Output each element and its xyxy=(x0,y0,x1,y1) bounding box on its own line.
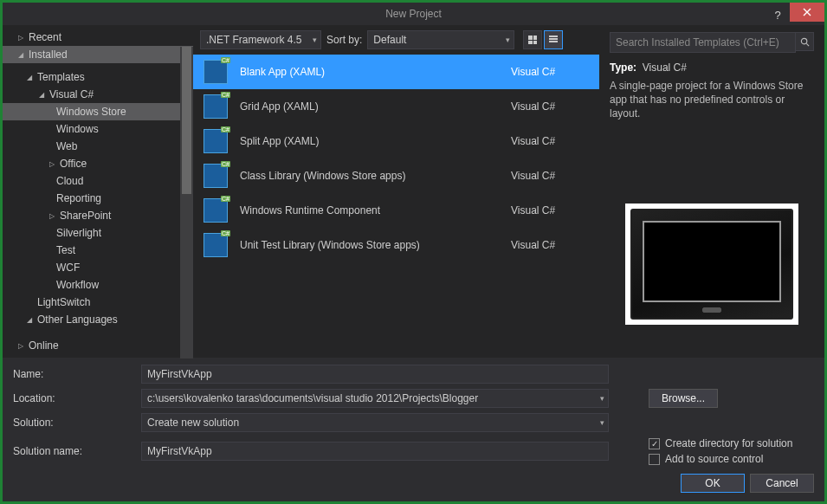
template-item[interactable]: C# Split App (XAML) Visual C# xyxy=(193,124,599,158)
template-item[interactable]: C# Unit Test Library (Windows Store apps… xyxy=(193,228,599,262)
chevron-down-icon xyxy=(37,91,46,99)
description: A single-page project for a Windows Stor… xyxy=(610,79,814,121)
sidebar-item-wcf[interactable]: WCF xyxy=(3,259,193,276)
template-icon: C# xyxy=(204,60,228,84)
chevron-down-icon xyxy=(16,51,25,59)
sidebar-online[interactable]: Online xyxy=(3,337,193,354)
browse-button[interactable]: Browse... xyxy=(649,389,718,408)
template-name: Split App (XAML) xyxy=(240,135,499,147)
template-name: Windows Runtime Component xyxy=(240,204,499,216)
template-list: C# Blank App (XAML) Visual C#C# Grid App… xyxy=(193,55,599,358)
framework-combo[interactable]: .NET Framework 4.5 xyxy=(200,30,321,49)
sidebar-recent[interactable]: Recent xyxy=(3,29,193,46)
template-item[interactable]: C# Grid App (XAML) Visual C# xyxy=(193,89,599,124)
chevron-down-icon xyxy=(25,74,34,81)
sidebar-scrollbar[interactable] xyxy=(180,47,193,359)
sidebar-item-cloud[interactable]: Cloud xyxy=(3,172,193,190)
template-lang: Visual C# xyxy=(511,204,589,216)
template-name: Grid App (XAML) xyxy=(240,100,499,113)
template-icon: C# xyxy=(204,233,228,257)
create-dir-checkbox[interactable]: ✓Create directory for solution xyxy=(649,437,827,449)
template-lang: Visual C# xyxy=(511,239,589,251)
location-input[interactable]: c:\users\kovalenko taras\documents\visua… xyxy=(141,389,609,408)
sidebar: Recent Installed Templates Visual C# Win… xyxy=(3,25,193,358)
svg-point-0 xyxy=(801,38,806,43)
sidebar-item-workflow[interactable]: Workflow xyxy=(3,276,193,294)
template-name: Unit Test Library (Windows Store apps) xyxy=(240,239,499,251)
toolbar: .NET Framework 4.5 Sort by: Default xyxy=(193,25,599,55)
sidebar-other-languages[interactable]: Other Languages xyxy=(3,311,193,328)
template-item[interactable]: C# Blank App (XAML) Visual C# xyxy=(193,55,599,89)
template-name: Blank App (XAML) xyxy=(240,66,499,78)
checkbox-icon xyxy=(649,454,660,465)
type-row: Type: Visual C# xyxy=(610,61,814,74)
chevron-icon xyxy=(16,342,25,350)
view-tiles-button[interactable] xyxy=(523,30,542,49)
help-button[interactable]: ? xyxy=(766,3,790,27)
chevron-icon xyxy=(16,34,25,42)
checkbox-icon: ✓ xyxy=(649,438,660,449)
sidebar-item-silverlight[interactable]: Silverlight xyxy=(3,224,193,242)
solution-label: Solution: xyxy=(13,417,134,429)
search-input[interactable]: Search Installed Templates (Ctrl+E) xyxy=(610,32,796,53)
window-title: New Project xyxy=(385,8,442,20)
template-lang: Visual C# xyxy=(511,135,589,147)
titlebar: New Project ? xyxy=(3,3,824,25)
solution-combo[interactable]: Create new solution xyxy=(141,413,609,432)
template-item[interactable]: C# Windows Runtime Component Visual C# xyxy=(193,193,599,228)
location-label: Location: xyxy=(13,392,134,404)
sidebar-installed[interactable]: Installed xyxy=(3,46,193,63)
sidebar-item-windows[interactable]: Windows xyxy=(3,120,193,138)
sidebar-item-test[interactable]: Test xyxy=(3,242,193,259)
template-item[interactable]: C# Class Library (Windows Store apps) Vi… xyxy=(193,158,599,193)
scrollbar-thumb[interactable] xyxy=(182,47,191,194)
template-lang: Visual C# xyxy=(511,100,589,113)
sidebar-visual-csharp[interactable]: Visual C# xyxy=(3,86,193,103)
name-input[interactable]: MyFirstVkApp xyxy=(141,365,609,384)
solution-name-input[interactable]: MyFirstVkApp xyxy=(141,442,609,461)
sidebar-item-lightswitch[interactable]: LightSwitch xyxy=(3,294,193,311)
name-label: Name: xyxy=(13,368,134,380)
sort-label: Sort by: xyxy=(326,34,362,46)
search-button[interactable] xyxy=(795,32,814,51)
chevron-icon xyxy=(48,212,56,220)
details-panel: Search Installed Templates (Ctrl+E) Type… xyxy=(599,25,824,358)
ok-button[interactable]: OK xyxy=(681,474,745,493)
template-icon: C# xyxy=(204,94,228,119)
source-control-checkbox[interactable]: Add to source control xyxy=(649,453,827,465)
sidebar-item-reporting[interactable]: Reporting xyxy=(3,190,193,207)
preview-image xyxy=(625,204,798,325)
solution-name-label: Solution name: xyxy=(13,445,134,457)
template-lang: Visual C# xyxy=(511,170,589,182)
template-icon: C# xyxy=(204,198,228,223)
sidebar-item-windows-store[interactable]: Windows Store xyxy=(3,103,193,120)
template-lang: Visual C# xyxy=(511,66,589,78)
sort-combo[interactable]: Default xyxy=(367,30,514,49)
sidebar-item-office[interactable]: Office xyxy=(3,155,193,172)
template-icon: C# xyxy=(204,129,228,153)
template-name: Class Library (Windows Store apps) xyxy=(240,170,499,182)
chevron-icon xyxy=(48,160,56,168)
sidebar-item-sharepoint[interactable]: SharePoint xyxy=(3,207,193,224)
template-icon: C# xyxy=(204,164,228,188)
cancel-button[interactable]: Cancel xyxy=(750,474,814,493)
chevron-down-icon xyxy=(25,316,34,324)
close-button[interactable] xyxy=(790,3,824,22)
center-panel: .NET Framework 4.5 Sort by: Default C# B… xyxy=(193,25,599,358)
search-icon xyxy=(800,37,810,47)
sidebar-item-web[interactable]: Web xyxy=(3,138,193,155)
view-list-button[interactable] xyxy=(544,30,563,49)
sidebar-templates[interactable]: Templates xyxy=(3,68,193,86)
